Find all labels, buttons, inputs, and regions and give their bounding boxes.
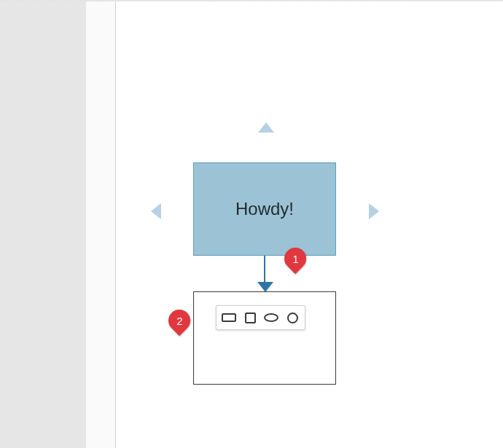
- add-shape-up-arrow[interactable]: [258, 122, 274, 133]
- annotation-marker-2-label: 2: [176, 315, 182, 327]
- shape-picker-toolbar[interactable]: [216, 305, 305, 330]
- navigation-pane: [0, 1, 86, 448]
- ellipse-icon: [264, 313, 278, 322]
- rectangle-icon: [222, 313, 236, 322]
- smartart-shape[interactable]: Howdy!: [193, 162, 336, 256]
- shape-option-ellipse[interactable]: [263, 310, 279, 326]
- add-shape-right-arrow[interactable]: [369, 203, 379, 219]
- connector-arrow-down-icon: [257, 282, 273, 292]
- ruler-gutter: [86, 1, 116, 448]
- annotation-marker-1-label: 1: [292, 253, 298, 265]
- shape-option-square[interactable]: [242, 310, 258, 326]
- connector-line: [264, 256, 265, 283]
- shape-option-circle[interactable]: [284, 310, 300, 326]
- smartart-shape-text: Howdy!: [235, 199, 294, 219]
- square-icon: [245, 313, 256, 323]
- add-shape-left-arrow[interactable]: [151, 203, 161, 219]
- shape-option-rectangle[interactable]: [221, 310, 237, 326]
- circle-icon: [287, 313, 298, 323]
